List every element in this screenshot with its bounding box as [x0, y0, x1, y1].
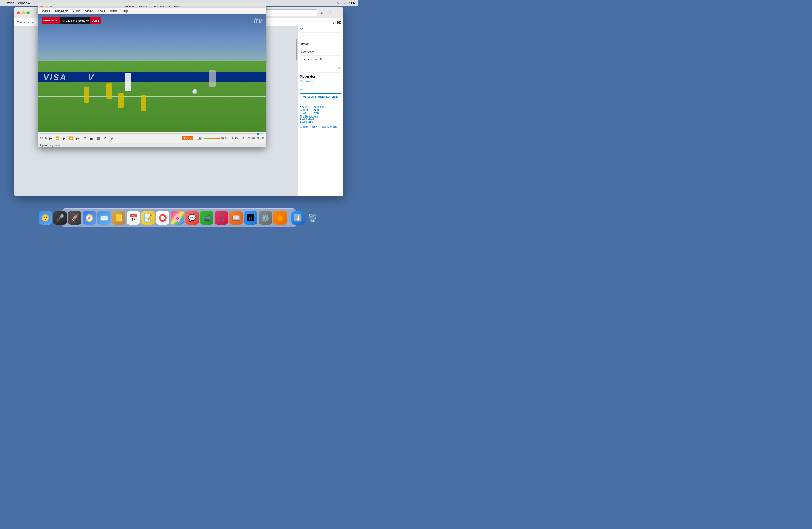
vlc-prev-button[interactable]: ⏮ [48, 135, 54, 141]
dock-siri[interactable]: 🎤 [53, 211, 67, 225]
vlc-volume-pct: 100% [221, 137, 228, 140]
mod-item-2[interactable]: or [300, 84, 341, 87]
dock-messages-app[interactable]: 💬 [185, 211, 199, 225]
vlc-next-frame-button[interactable]: ⏩ [68, 135, 74, 141]
itv-badge: itv ITV SPORT [42, 17, 60, 24]
reddit-app-link[interactable]: The Reddit App [300, 115, 341, 118]
reload-button[interactable]: ↻ [319, 10, 325, 16]
view-all-mods-button[interactable]: VIEW ALL MODERATORS [300, 93, 341, 100]
mail-icon[interactable]: ✉ [338, 65, 341, 70]
dock-books[interactable]: 📖 [229, 211, 243, 225]
chevron-icon: › [340, 43, 341, 46]
mod-item-3[interactable]: ator [300, 88, 341, 91]
vlc-duration: 00:00/00:00 [242, 137, 256, 140]
reddit-sidebar: sh HD ns › ms › lstream › ls correctly › [298, 18, 344, 196]
dock-facetime[interactable]: 📹 [200, 211, 214, 225]
notification-text: You're viewing... [17, 21, 38, 24]
sidebar-item-ns[interactable]: ns › [300, 25, 341, 33]
score-section: 🇩🇪 GER 0-0 SWE 🇸🇪 [60, 19, 90, 22]
dock-appstore[interactable]: 🅰 [244, 211, 258, 225]
dock-reminders[interactable]: ⭕ [156, 211, 170, 225]
dock-contacts[interactable]: 📒 [112, 211, 126, 225]
vlc-audio-menu[interactable]: Audio [70, 9, 83, 14]
dock-photos[interactable]: 🌸 [171, 211, 184, 225]
scrollbar[interactable] [295, 34, 298, 183]
sidebar-item-ms[interactable]: ms › [300, 33, 341, 40]
reminders-icon: ⭕ [158, 214, 167, 222]
vlc-shuffle-button[interactable]: ⇄ [109, 135, 115, 141]
vlc-window: Upvote if you like it - Ace Player HD (V… [38, 3, 266, 147]
video-content: VISA V itv itv ITV SPORT 🇩🇪 [38, 14, 266, 132]
vlc-prev-frame-button[interactable]: ⏪ [55, 135, 60, 141]
vlc-next-button[interactable]: ⏭ [75, 135, 81, 141]
dock-rocket[interactable]: 🚀 [68, 211, 82, 225]
dock-vlc[interactable]: 🔶 [273, 211, 287, 225]
apple-menu[interactable]:  [2, 1, 3, 5]
vlc-extended-button[interactable]: ⊞ [95, 135, 101, 141]
share-button[interactable]: ↑ [327, 10, 333, 16]
team2-label: SWE [78, 19, 85, 22]
vlc-playlist-button[interactable]: ☰ [88, 135, 94, 141]
dock-finder[interactable]: 🙂 [39, 211, 52, 225]
dock-calendar[interactable]: 📅 [127, 211, 140, 225]
vlc-video-area[interactable]: VISA V itv itv ITV SPORT 🇩🇪 [38, 14, 266, 132]
vlc-bottom-title-text: Upvote if you like it [40, 144, 264, 147]
vlc-icon: 🔶 [276, 214, 284, 222]
dock-mail[interactable]: ✉️ [97, 211, 111, 225]
vlc-chapter-button[interactable]: ⧉ [82, 135, 87, 141]
chevron-icon: › [340, 28, 341, 30]
vlc-progress-bar[interactable] [40, 133, 264, 134]
wine-menu[interactable]: wine [7, 1, 14, 5]
flag-de: 🇩🇪 [62, 19, 65, 22]
add-tab-button[interactable]: + [335, 10, 341, 16]
fullscreen-button[interactable] [27, 11, 30, 14]
facetime-icon: 📹 [202, 214, 211, 222]
help-link[interactable]: Help [314, 111, 324, 114]
about-link[interactable]: About [300, 105, 309, 108]
mod-item-1[interactable]: Moderator [300, 80, 341, 83]
vlc-view-menu[interactable]: View [108, 9, 119, 14]
football [192, 89, 198, 94]
vlc-repeat-button[interactable]: ↺ [102, 135, 108, 141]
vlc-video-menu[interactable]: Video [83, 9, 95, 14]
vlc-controls: 00:00 ⏮ ⏪ ▶ ⏩ ⏭ ⧉ ☰ ⊞ ↺ ⇄ Live 🔊 100% [38, 132, 266, 143]
careers-link[interactable]: Careers [300, 108, 309, 111]
clock: Sat 12:02 PM [337, 1, 356, 5]
download-icon: ⬇️ [294, 214, 302, 222]
sidebar-item-threads[interactable]: hreads before 30 › [300, 56, 341, 63]
reddit-gold-link[interactable]: Reddit Gold [300, 118, 341, 121]
vlc-playback-menu[interactable]: Playback [53, 9, 70, 14]
rocket-icon: 🚀 [71, 214, 79, 222]
vlc-volume-bar[interactable] [204, 138, 220, 139]
dock-safari[interactable]: 🧭 [83, 211, 96, 225]
privacy-policy-link[interactable]: Privacy Policy [321, 126, 337, 128]
player-white-1 [125, 73, 131, 91]
window-menu[interactable]: Window [18, 1, 30, 5]
blog-link[interactable]: Blog [314, 108, 324, 111]
sidebar-item-lstream[interactable]: lstream › [300, 40, 341, 48]
vlc-help-menu[interactable]: Help [119, 9, 130, 14]
vlc-media-menu[interactable]: Media [40, 9, 53, 14]
press-link[interactable]: Press [300, 111, 309, 114]
vlc-live-button[interactable]: Live [182, 136, 193, 141]
dock-trash[interactable]: 🗑️ [306, 211, 320, 225]
vlc-controls-row: 00:00 ⏮ ⏪ ▶ ⏩ ⏭ ⧉ ☰ ⊞ ↺ ⇄ Live 🔊 100% [40, 135, 264, 141]
scroll-thumb[interactable] [296, 39, 297, 60]
itv-watermark: itv [253, 17, 262, 25]
reddit-gifts-link[interactable]: Reddit Gifts [300, 121, 341, 124]
chevron-icon: › [340, 58, 341, 61]
content-policy-link[interactable]: Content Policy [300, 126, 317, 128]
close-button[interactable] [17, 11, 20, 14]
advertise-link[interactable]: Advertise [314, 105, 324, 108]
vlc-play-button[interactable]: ▶ [61, 135, 67, 141]
dock-system-preferences[interactable]: ⚙️ [259, 211, 272, 225]
vlc-tools-menu[interactable]: Tools [96, 9, 107, 14]
sidebar-item-correctly[interactable]: ls correctly › [300, 48, 341, 56]
visa-text-2: V [88, 73, 95, 82]
dock-notes[interactable]: 📝 [141, 211, 155, 225]
dock-itunes[interactable]: 🎵 [215, 211, 228, 225]
vlc-mute-button[interactable]: 🔊 [197, 135, 203, 141]
minimize-button[interactable] [22, 11, 25, 14]
dock-download[interactable]: ⬇️ [291, 211, 305, 225]
calendar-icon: 📅 [129, 214, 137, 222]
